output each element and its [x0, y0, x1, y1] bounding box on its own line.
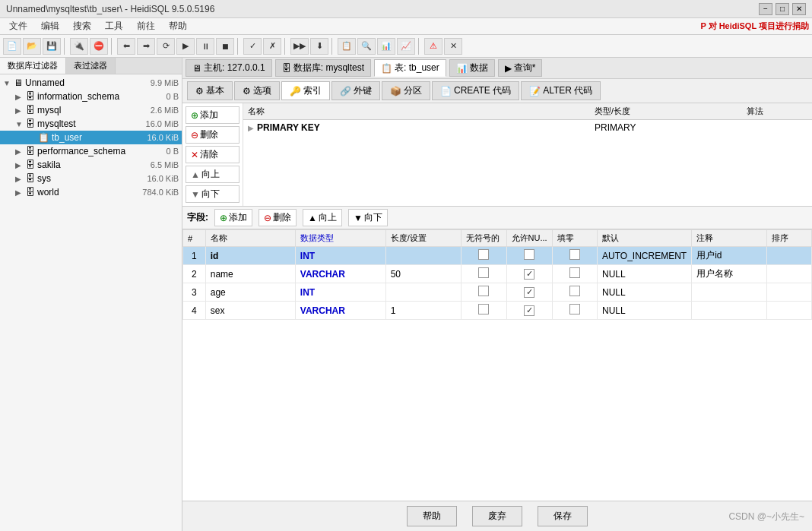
field-delete-btn[interactable]: ⊖ 删除	[259, 209, 297, 226]
toolbar-btn-5[interactable]: ⏸	[196, 38, 214, 55]
toolbar-btn-11[interactable]: 📋	[338, 38, 356, 55]
index-col-type-header: 类型/长度	[595, 106, 747, 117]
menu-edit[interactable]: 编辑	[35, 18, 65, 34]
heidi-help-link[interactable]: P 对 HeidiSQL 项目进行捐助	[700, 21, 809, 32]
index-actions: ⊕ 添加 ⊖ 删除 ✕ 清除 ▲ 向上 ▼ 向下	[182, 103, 243, 206]
sub-tab-fk[interactable]: 🔗 外键	[331, 81, 380, 100]
close-button[interactable]: ✕	[792, 3, 806, 15]
discard-button[interactable]: 废弃	[472, 506, 522, 526]
field-down-btn[interactable]: ▼ 向下	[348, 209, 388, 226]
cell-num-1: 2	[183, 265, 206, 283]
toolbar-btn-6[interactable]: ⏹	[216, 38, 234, 55]
toolbar-btn-new[interactable]: 📄	[3, 38, 21, 55]
minimize-button[interactable]: −	[759, 3, 772, 15]
cell-name-0: id	[205, 247, 295, 265]
cb-allownull-1[interactable]	[524, 269, 534, 280]
sub-tab-options[interactable]: ⚙ 选项	[234, 81, 280, 100]
help-button[interactable]: 帮助	[407, 506, 457, 526]
table-row[interactable]: 4 sex VARCHAR 1 NULL	[183, 302, 812, 320]
field-up-btn[interactable]: ▲ 向上	[303, 209, 342, 226]
menu-file[interactable]: 文件	[3, 18, 33, 34]
toolbar-btn-4[interactable]: ▶	[176, 38, 195, 55]
save-button[interactable]: 保存	[538, 506, 588, 526]
index-add-btn[interactable]: ⊕ 添加	[186, 106, 239, 124]
sub-tab-create-code[interactable]: 📄 CREATE 代码	[432, 81, 519, 100]
toolbar-btn-8[interactable]: ✗	[263, 38, 281, 55]
cb-zerofill-3[interactable]	[569, 304, 580, 314]
menu-goto[interactable]: 前往	[131, 18, 161, 34]
tree-item-information_schema[interactable]: ▶ 🗄 information_schema 0 B	[0, 90, 182, 103]
toolbar-btn-9[interactable]: ▶▶	[290, 38, 309, 55]
tree-item-mysqltest[interactable]: ▼ 🗄 mysqltest 16.0 MiB	[0, 117, 182, 131]
field-add-btn[interactable]: ⊕ 添加	[214, 209, 252, 226]
database-tree: ▼ 🖥 Unnamed 9.9 MiB ▶ 🗄 information_sche…	[0, 74, 182, 531]
cell-comment-0: 用户id	[692, 247, 766, 265]
toolbar-btn-save[interactable]: 💾	[43, 38, 61, 55]
index-down-btn[interactable]: ▼ 向下	[186, 185, 239, 203]
toolbar-btn-13[interactable]: 📊	[377, 38, 395, 55]
menu-help[interactable]: 帮助	[163, 18, 193, 34]
cb-unsigned-2[interactable]	[478, 286, 489, 296]
sub-tab-index[interactable]: 🔑 索引	[281, 81, 330, 100]
toolbar-btn-14[interactable]: 📈	[397, 38, 415, 55]
db-icon-1: 🗄	[26, 91, 35, 102]
tree-item-tb_user[interactable]: 📋 tb_user 16.0 KiB	[0, 131, 182, 144]
index-delete-btn[interactable]: ⊖ 删除	[186, 126, 239, 144]
cell-type-1: VARCHAR	[295, 265, 385, 283]
index-row-1[interactable]: ▶ PRIMARY KEY PRIMARY	[243, 120, 812, 135]
cb-allownull-0[interactable]	[524, 249, 534, 260]
toolbar-btn-2[interactable]: ➡	[137, 38, 155, 55]
expander-sakila: ▶	[15, 161, 26, 169]
toolbar-btn-connect[interactable]: 🔌	[70, 38, 88, 55]
table-row[interactable]: 2 name VARCHAR 50 NULL 用户名称	[183, 265, 812, 283]
field-toolbar-label: 字段:	[187, 211, 208, 224]
tree-label-mysql: mysql	[37, 105, 144, 115]
conn-tab-host[interactable]: 🖥 主机: 127.0.0.1	[186, 59, 272, 77]
maximize-button[interactable]: □	[776, 3, 789, 15]
toolbar-btn-close[interactable]: ✕	[444, 38, 462, 55]
conn-tab-data[interactable]: 📊 数据	[449, 59, 495, 77]
tree-item-world[interactable]: ▶ 🗄 world 784.0 KiB	[0, 185, 182, 199]
menu-tools[interactable]: 工具	[99, 18, 129, 34]
col-header-length: 长度/设置	[385, 230, 461, 247]
sub-tab-partition[interactable]: 📦 分区	[382, 81, 430, 100]
tab-db-filter[interactable]: 数据库过滤器	[0, 58, 66, 74]
sub-tab-alter-code[interactable]: 📝 ALTER 代码	[521, 81, 601, 100]
cb-zerofill-2[interactable]	[569, 286, 580, 296]
tree-item-mysql[interactable]: ▶ 🗄 mysql 2.6 MiB	[0, 103, 182, 117]
cb-allownull-2[interactable]	[524, 287, 534, 298]
index-header-row: 名称 类型/长度 算法	[243, 103, 812, 120]
tree-item-sakila[interactable]: ▶ 🗄 sakila 6.5 MiB	[0, 158, 182, 172]
toolbar-btn-disconnect[interactable]: ⛔	[90, 38, 108, 55]
index-clear-btn[interactable]: ✕ 清除	[186, 146, 239, 163]
expander-sys: ▶	[15, 175, 26, 183]
tree-item-performance_schema[interactable]: ▶ 🗄 performance_schema 0 B	[0, 144, 182, 158]
conn-tab-db[interactable]: 🗄 数据库: mysqltest	[275, 59, 371, 77]
conn-tab-query[interactable]: ▶ 查询*	[498, 59, 543, 77]
table-row[interactable]: 3 age INT NULL	[183, 283, 812, 302]
table-row[interactable]: 1 id INT AUTO_INCREMENT 用户id	[183, 247, 812, 265]
toolbar-btn-open[interactable]: 📂	[23, 38, 41, 55]
menu-search[interactable]: 搜索	[67, 18, 97, 34]
cb-unsigned-1[interactable]	[478, 267, 489, 278]
sub-tab-basic[interactable]: ⚙ 基本	[187, 81, 233, 100]
toolbar-btn-3[interactable]: ⟳	[157, 38, 175, 55]
cb-unsigned-3[interactable]	[478, 304, 489, 314]
cb-unsigned-0[interactable]	[478, 249, 489, 260]
cb-zerofill-0[interactable]	[569, 249, 580, 260]
cell-allownull-3	[506, 302, 552, 320]
toolbar-btn-1[interactable]: ⬅	[117, 38, 135, 55]
index-up-btn[interactable]: ▲ 向上	[186, 166, 239, 183]
table-icon: 📋	[38, 132, 49, 143]
tree-item-sys[interactable]: ▶ 🗄 sys 16.0 KiB	[0, 172, 182, 185]
toolbar-btn-7[interactable]: ✓	[243, 38, 262, 55]
cb-allownull-3[interactable]	[524, 305, 534, 316]
tab-table-filter[interactable]: 表过滤器	[66, 58, 116, 74]
toolbar-btn-12[interactable]: 🔍	[357, 38, 376, 55]
conn-tab-table[interactable]: 📋 表: tb_user	[374, 59, 446, 77]
toolbar-btn-10[interactable]: ⬇	[310, 38, 328, 55]
cb-zerofill-1[interactable]	[569, 267, 580, 278]
toolbar-btn-err[interactable]: ⚠	[424, 38, 442, 55]
tree-item-unnamed[interactable]: ▼ 🖥 Unnamed 9.9 MiB	[0, 76, 182, 90]
col-header-type: 数据类型	[295, 230, 385, 247]
